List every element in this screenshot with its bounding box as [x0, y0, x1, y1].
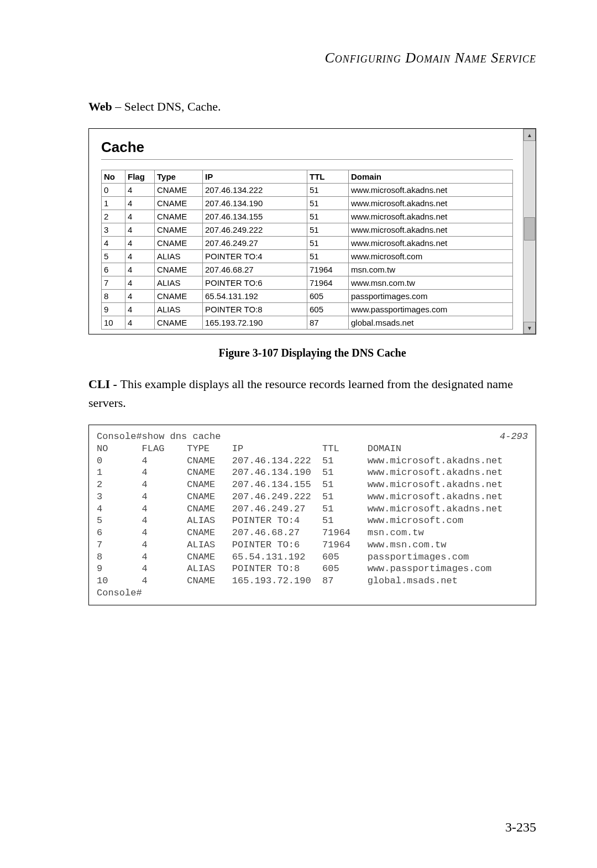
- cell-flag: 4: [125, 210, 155, 223]
- cell-domain: passportimages.com: [349, 290, 513, 303]
- cli-prompt: Console#: [97, 588, 142, 598]
- cell-ip: 207.46.249.27: [203, 237, 307, 250]
- web-instruction: Web – Select DNS, Cache.: [88, 100, 536, 114]
- scroll-down-button[interactable]: ▼: [523, 322, 536, 334]
- table-row: 44CNAME207.46.249.2751www.microsoft.akad…: [102, 237, 513, 250]
- figure-caption: Figure 3-107 Displaying the DNS Cache: [88, 347, 536, 359]
- page-header-title: Configuring Domain Name Service: [88, 50, 536, 66]
- cell-ip: 65.54.131.192: [203, 290, 307, 303]
- cell-type: CNAME: [155, 290, 203, 303]
- table-row: 34CNAME207.46.249.22251www.microsoft.aka…: [102, 223, 513, 237]
- cell-domain: www.microsoft.akadns.net: [349, 223, 513, 237]
- cell-ttl: 605: [307, 290, 349, 303]
- cell-no: 8: [102, 290, 125, 303]
- table-row: 54ALIASPOINTER TO:451www.microsoft.com: [102, 250, 513, 263]
- cache-screenshot: Cache No Flag Type IP TTL Domain 04CNAME: [88, 128, 536, 334]
- cell-ip: 207.46.68.27: [203, 263, 307, 276]
- cell-domain: www.microsoft.akadns.net: [349, 197, 513, 210]
- cli-rows: 0 4 CNAME 207.46.134.222 51 www.microsof…: [97, 456, 503, 587]
- web-instruction-rest: – Select DNS, Cache.: [112, 100, 221, 113]
- page-number: 3-235: [505, 820, 536, 835]
- cell-type: CNAME: [155, 316, 203, 330]
- cell-no: 2: [102, 210, 125, 223]
- cell-domain: www.microsoft.com: [349, 250, 513, 263]
- cell-type: CNAME: [155, 263, 203, 276]
- table-row: 04CNAME207.46.134.22251www.microsoft.aka…: [102, 184, 513, 197]
- cli-header-row: NO FLAG TYPE IP TTL DOMAIN: [97, 443, 401, 454]
- cell-flag: 4: [125, 316, 155, 330]
- table-row: 24CNAME207.46.134.15551www.microsoft.aka…: [102, 210, 513, 223]
- cell-flag: 4: [125, 184, 155, 197]
- cell-ip: 207.46.134.190: [203, 197, 307, 210]
- scroll-up-button[interactable]: ▲: [523, 129, 536, 141]
- table-row: 14CNAME207.46.134.19051www.microsoft.aka…: [102, 197, 513, 210]
- cell-flag: 4: [125, 223, 155, 237]
- cell-ip: 207.46.134.222: [203, 184, 307, 197]
- arrow-up-icon: ▲: [527, 132, 532, 138]
- cell-ttl: 51: [307, 197, 349, 210]
- web-instruction-prefix: Web: [88, 100, 112, 113]
- col-header-type: Type: [155, 170, 203, 184]
- cell-no: 3: [102, 223, 125, 237]
- cell-type: CNAME: [155, 197, 203, 210]
- cell-no: 10: [102, 316, 125, 330]
- cell-ttl: 51: [307, 250, 349, 263]
- cli-instruction-rest: This example displays all the resource r…: [88, 377, 513, 410]
- cell-flag: 4: [125, 303, 155, 316]
- cell-no: 4: [102, 237, 125, 250]
- cell-ttl: 71964: [307, 263, 349, 276]
- cache-panel-title: Cache: [101, 139, 513, 156]
- cli-instruction: CLI - This example displays all the reso…: [88, 375, 536, 412]
- table-row: 84CNAME65.54.131.192605passportimages.co…: [102, 290, 513, 303]
- col-header-no: No: [102, 170, 125, 184]
- table-row: 94ALIASPOINTER TO:8605www.passportimages…: [102, 303, 513, 316]
- cell-domain: msn.com.tw: [349, 263, 513, 276]
- dns-cache-table: No Flag Type IP TTL Domain 04CNAME207.46…: [101, 170, 513, 330]
- cell-ip: POINTER TO:8: [203, 303, 307, 316]
- cell-type: ALIAS: [155, 250, 203, 263]
- cli-output-box: 4-293Console#show dns cache NO FLAG TYPE…: [88, 425, 536, 605]
- cell-flag: 4: [125, 197, 155, 210]
- cell-type: ALIAS: [155, 276, 203, 290]
- scroll-thumb[interactable]: [524, 217, 535, 240]
- cell-flag: 4: [125, 290, 155, 303]
- cell-type: CNAME: [155, 237, 203, 250]
- cell-flag: 4: [125, 237, 155, 250]
- cell-ip: 207.46.249.222: [203, 223, 307, 237]
- cell-no: 1: [102, 197, 125, 210]
- cell-ttl: 51: [307, 210, 349, 223]
- cell-ip: POINTER TO:6: [203, 276, 307, 290]
- cell-domain: www.passportimages.com: [349, 303, 513, 316]
- cli-instruction-prefix: CLI -: [88, 377, 120, 391]
- cell-domain: www.microsoft.akadns.net: [349, 210, 513, 223]
- cell-ttl: 51: [307, 184, 349, 197]
- col-header-flag: Flag: [125, 170, 155, 184]
- cell-domain: www.microsoft.akadns.net: [349, 237, 513, 250]
- cell-domain: www.msn.com.tw: [349, 276, 513, 290]
- cell-no: 6: [102, 263, 125, 276]
- cell-type: ALIAS: [155, 303, 203, 316]
- vertical-scrollbar[interactable]: ▲ ▼: [523, 129, 536, 334]
- table-row: 104CNAME165.193.72.19087global.msads.net: [102, 316, 513, 330]
- cell-ip: 165.193.72.190: [203, 316, 307, 330]
- cell-no: 9: [102, 303, 125, 316]
- cell-flag: 4: [125, 263, 155, 276]
- cli-reference: 4-293: [500, 431, 528, 443]
- cell-ttl: 71964: [307, 276, 349, 290]
- cell-ttl: 87: [307, 316, 349, 330]
- cell-ip: POINTER TO:4: [203, 250, 307, 263]
- table-row: 64CNAME207.46.68.2771964msn.com.tw: [102, 263, 513, 276]
- cell-ttl: 605: [307, 303, 349, 316]
- col-header-domain: Domain: [349, 170, 513, 184]
- cell-type: CNAME: [155, 210, 203, 223]
- table-header-row: No Flag Type IP TTL Domain: [102, 170, 513, 184]
- cell-type: CNAME: [155, 184, 203, 197]
- cell-no: 0: [102, 184, 125, 197]
- cell-no: 7: [102, 276, 125, 290]
- col-header-ip: IP: [203, 170, 307, 184]
- arrow-down-icon: ▼: [527, 325, 532, 331]
- cli-command: Console#show dns cache: [97, 431, 221, 442]
- table-row: 74ALIASPOINTER TO:671964www.msn.com.tw: [102, 276, 513, 290]
- col-header-ttl: TTL: [307, 170, 349, 184]
- cell-type: CNAME: [155, 223, 203, 237]
